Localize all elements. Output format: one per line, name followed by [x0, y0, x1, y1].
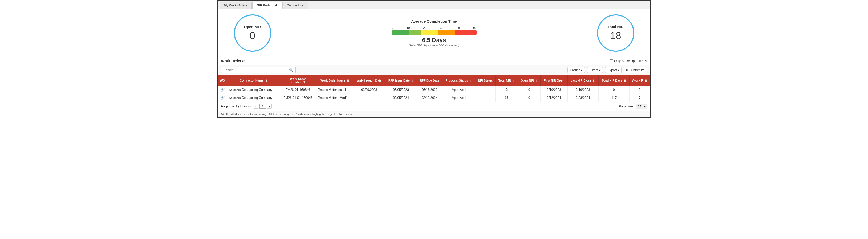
row-contractor-name: SouthernContracting Company — [227, 86, 280, 94]
row-total-nir: 16 — [496, 94, 518, 102]
search-icon: 🔍 — [289, 68, 293, 72]
sort-open-nir-icon: ⇅ — [535, 79, 537, 82]
col-avg-nir[interactable]: Avg NIR ⇅ — [629, 75, 650, 86]
search-input[interactable] — [224, 68, 289, 72]
col-proposal-status[interactable]: Proposal Status ⇅ — [442, 75, 475, 86]
row-rfp-issue-date: 02/05/2024 — [385, 94, 417, 102]
only-show-open-checkbox[interactable] — [610, 59, 613, 63]
row-total-nir-days: 0 — [598, 86, 629, 94]
open-nir-value: 0 — [250, 30, 255, 42]
page-size-label: Page size: — [619, 104, 634, 108]
sort-wo-number-icon: ⇅ — [303, 81, 305, 84]
open-nir-label: Open NIR — [244, 25, 261, 29]
tab-contractors[interactable]: Contractors — [282, 2, 308, 9]
row-work-order-number: FM26-01-160646 — [280, 86, 316, 94]
row-wo-link[interactable]: 🔗 — [218, 94, 227, 102]
gauge-label-10: 10 — [406, 26, 410, 29]
table-row: 🔗 SouthernContracting Company FM26-01-01… — [218, 94, 650, 102]
col-rfp-due-date: RFP Due Date — [417, 75, 442, 86]
link-icon[interactable]: 🔗 — [220, 96, 225, 100]
col-open-nir[interactable]: Open NIR ⇅ — [518, 75, 540, 86]
only-show-open-text: Only Show Open Items — [614, 59, 647, 63]
col-total-nir-days[interactable]: Total NIR Days ⇅ — [598, 75, 629, 86]
customize-icon: ⊞ — [626, 68, 629, 72]
gauge-label-20: 20 — [423, 26, 427, 29]
sort-last-nir-icon: ⇅ — [593, 79, 595, 82]
sort-proposal-icon: ⇅ — [469, 79, 472, 82]
row-nir-status — [475, 94, 496, 102]
row-walkthrough-date — [353, 94, 385, 102]
total-nir-label: Total NIR — [608, 25, 623, 29]
col-rfp-issue-date[interactable]: RFP Issue Date ⇅ — [385, 75, 417, 86]
row-avg-nir: 0 — [629, 86, 650, 94]
gauge-label-40: 40 — [457, 26, 460, 29]
work-orders-title: Work Orders: — [221, 59, 245, 63]
col-last-nir-close[interactable]: Last NIR Close ⇅ — [567, 75, 598, 86]
row-wo-link[interactable]: 🔗 — [218, 86, 227, 94]
filters-chevron-icon: ▾ — [599, 68, 600, 72]
gauge-label-0: 0 — [392, 26, 393, 29]
page-size-select[interactable]: 25 — [636, 104, 647, 109]
row-nir-status — [475, 86, 496, 94]
kpi-section: Open NIR 0 Average Completion Time 0 10 … — [218, 9, 650, 57]
total-nir-value: 18 — [610, 30, 621, 42]
row-avg-nir: 7 — [629, 94, 650, 102]
export-button[interactable]: Export ▾ — [605, 67, 622, 73]
avg-days-subtitle: (Total NIR Days / Total NIR Processed) — [409, 44, 459, 47]
gauge-label-50: 50 — [473, 26, 476, 29]
row-open-nir: 0 — [518, 86, 540, 94]
col-work-order-number[interactable]: Work OrderNumber ⇅ — [280, 75, 316, 86]
row-work-order-name: Preuss Meter - Mod1 — [316, 94, 353, 102]
groups-button[interactable]: Groups ▾ — [567, 67, 585, 73]
search-input-wrap[interactable]: 🔍 — [221, 67, 296, 73]
tab-my-work-orders[interactable]: My Work Orders — [220, 2, 252, 9]
sort-nir-days-icon: ⇅ — [624, 79, 626, 82]
row-rfp-due-date: 02/19/2024 — [417, 94, 442, 102]
tab-nir-watchlist[interactable]: NIR Watchlist — [252, 2, 282, 9]
tab-bar: My Work Orders NIR Watchlist Contractors — [218, 1, 650, 9]
export-chevron-icon: ▾ — [618, 68, 619, 72]
footer-note: NOTE: Work orders with an average NIR pr… — [218, 111, 650, 117]
col-total-nir[interactable]: Total NIR ⇅ — [496, 75, 518, 86]
avg-completion-section: Average Completion Time 0 10 20 30 40 50 — [282, 19, 586, 47]
row-rfp-due-date: 06/16/2023 — [417, 86, 442, 94]
col-first-nir-open: First NIR Open — [540, 75, 567, 86]
gauge-orange — [438, 30, 456, 35]
customize-button[interactable]: ⊞ Customize — [624, 67, 647, 73]
contractor-prefix: Southern — [229, 96, 241, 99]
customize-label: Customize — [629, 68, 645, 72]
filters-button[interactable]: Filters ▾ — [587, 67, 603, 73]
search-bar: 🔍 Groups ▾ Filters ▾ Export ▾ ⊞ Customiz… — [218, 65, 650, 75]
gauge-label-30: 30 — [440, 26, 443, 29]
col-wo: WO — [218, 75, 227, 86]
page-info: Page 1 of 1 (2 items) — [221, 104, 251, 108]
row-first-nir-open: 3/10/2023 — [540, 86, 567, 94]
next-page-button[interactable]: › — [267, 104, 272, 109]
sort-wo-name-icon: ⇅ — [347, 79, 349, 82]
row-total-nir-days: 117 — [598, 94, 629, 102]
col-contractor-name[interactable]: Contractor Name ⇅ — [227, 75, 280, 86]
filters-label: Filters — [589, 68, 598, 72]
pagination-bar: Page 1 of 1 (2 items) ‹ 1 › Page size: 2… — [218, 102, 650, 111]
gauge-red — [456, 30, 477, 35]
gauge-container: 0 10 20 30 40 50 — [392, 26, 477, 35]
link-icon[interactable]: 🔗 — [220, 88, 225, 92]
row-proposal-status: Approved — [442, 94, 475, 102]
current-page: 1 — [259, 104, 266, 109]
sort-rfp-issue-icon: ⇅ — [411, 79, 413, 82]
avg-completion-title: Average Completion Time — [411, 19, 457, 23]
row-work-order-name: Preuss Meter install — [316, 86, 353, 94]
pagination-right: Page size: 25 — [619, 104, 647, 109]
row-total-nir: 2 — [496, 86, 518, 94]
gauge-light-green — [409, 30, 422, 35]
prev-page-button[interactable]: ‹ — [254, 104, 258, 109]
export-label: Export — [608, 68, 617, 72]
table-row: 🔗 SouthernContracting Company FM26-01-16… — [218, 86, 650, 94]
row-last-nir-close: 3/10/2023 — [567, 86, 598, 94]
main-container: My Work Orders NIR Watchlist Contractors… — [217, 0, 651, 118]
total-nir-circle: Total NIR 18 — [597, 15, 634, 52]
col-work-order-name[interactable]: Work Order Name ⇅ — [316, 75, 353, 86]
sort-avg-nir-icon: ⇅ — [645, 79, 647, 82]
only-show-open-label[interactable]: Only Show Open Items — [610, 59, 647, 63]
gauge-bar — [392, 30, 477, 35]
